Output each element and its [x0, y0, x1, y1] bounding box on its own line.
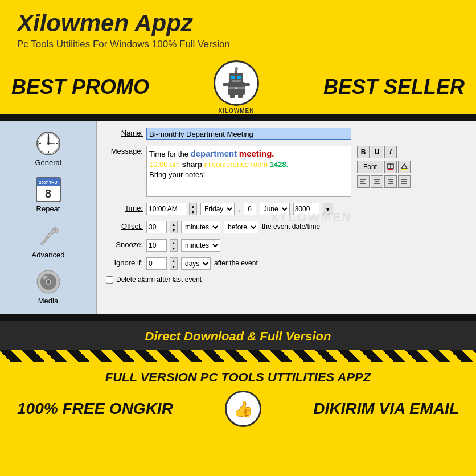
- sidebar-item-repeat[interactable]: 2007 THU 8 Repeat: [0, 173, 96, 216]
- name-label: Name:: [106, 128, 143, 137]
- svg-point-12: [235, 87, 237, 89]
- day-select[interactable]: Friday: [200, 203, 235, 215]
- svg-point-3: [235, 67, 238, 71]
- ignore-unit-select[interactable]: days: [181, 257, 211, 270]
- snooze-unit-select[interactable]: minutes: [181, 239, 220, 252]
- delete-checkbox-label: Delete alarm after last event: [116, 276, 202, 284]
- delete-checkbox[interactable]: [106, 276, 113, 284]
- align-left-button[interactable]: [357, 175, 370, 188]
- ignore-post-label: after the event: [214, 257, 258, 267]
- sidebar-item-advanced[interactable]: Advanced: [0, 219, 96, 262]
- sidebar-general-label: General: [35, 158, 61, 167]
- svg-rect-8: [244, 83, 250, 86]
- footer-bottom-row: 100% FREE ONGKIR 👍 DIKIRIM VIA EMAIL: [17, 391, 459, 427]
- msg-meet: meeting.: [239, 149, 274, 158]
- main-content: General 2007 THU 8 Repeat: [0, 121, 476, 314]
- offset-unit-select[interactable]: minutes: [181, 221, 220, 233]
- message-area[interactable]: Time for the department meeting. 10:00 a…: [146, 146, 351, 197]
- sidebar-advanced-label: Advanced: [32, 251, 65, 259]
- time-row: Time: ▲ ▼ Friday , June ▼: [106, 203, 467, 215]
- msg-dept: department: [190, 149, 237, 158]
- snooze-label-text: Snooze:: [116, 240, 143, 249]
- message-label: Message:: [111, 147, 143, 155]
- robot-icon: [219, 66, 253, 100]
- message-row: Message: Time for the department meeting…: [106, 146, 467, 197]
- day-num-input[interactable]: [244, 203, 256, 215]
- ignore-input[interactable]: [146, 257, 167, 270]
- sidebar-item-media[interactable]: Media: [0, 265, 96, 309]
- offset-input[interactable]: [146, 221, 167, 233]
- month-select[interactable]: June: [260, 203, 290, 215]
- footer-section: FULL VERSION PC TOOLS UTTILITIES APPZ 10…: [0, 362, 476, 433]
- name-input[interactable]: [146, 128, 351, 140]
- svg-rect-30: [388, 169, 393, 170]
- main-panel: Name: Message: Time for the department m…: [97, 121, 476, 314]
- bold-button[interactable]: B: [357, 146, 370, 158]
- msg-notes: notes!: [185, 170, 205, 179]
- offset-spin-down[interactable]: ▼: [170, 227, 177, 233]
- time-spinner[interactable]: ▲ ▼: [189, 203, 197, 215]
- svg-rect-6: [232, 80, 241, 82]
- sidebar-media-label: Media: [38, 297, 58, 305]
- logo-center: XILOWMEN: [214, 60, 259, 114]
- offset-row: Offset: ▲ ▼ minutes before the event dat…: [106, 221, 467, 233]
- italic-button[interactable]: I: [384, 146, 397, 158]
- align-right-button[interactable]: [384, 175, 397, 188]
- tools-icon: [35, 222, 62, 249]
- svg-rect-31: [401, 169, 407, 170]
- offset-direction-select[interactable]: before: [224, 221, 258, 233]
- delete-checkbox-row: Delete alarm after last event: [106, 276, 467, 284]
- format-buttons: B U I Font: [357, 146, 411, 188]
- bottom-section: Direct Download & Full Version: [0, 321, 476, 350]
- svg-point-21: [47, 142, 50, 145]
- sidebar: General 2007 THU 8 Repeat: [0, 121, 97, 314]
- ignore-spinner[interactable]: ▲ ▼: [170, 257, 178, 270]
- justify-button[interactable]: [398, 175, 411, 188]
- best-promo-badge: BEST PROMO: [11, 75, 149, 99]
- svg-rect-10: [238, 95, 243, 98]
- msg-sharp: sharp: [182, 160, 202, 169]
- msg-pre3: Bring your: [149, 170, 185, 179]
- ignore-spin-down[interactable]: ▼: [170, 264, 177, 269]
- sidebar-repeat-label: Repeat: [36, 204, 60, 213]
- snooze-input[interactable]: [146, 239, 167, 252]
- forecolor-button[interactable]: [384, 161, 397, 173]
- download-text: Direct Download & Full Version: [11, 329, 465, 344]
- sidebar-item-general[interactable]: General: [0, 126, 96, 170]
- media-icon: [35, 268, 62, 296]
- snooze-spin-up[interactable]: ▲: [170, 240, 177, 245]
- align-center-button[interactable]: [371, 175, 383, 188]
- msg-room: 1428.: [270, 160, 289, 169]
- name-label-text: Name:: [121, 129, 143, 137]
- offset-post-label: the event date/time: [262, 221, 320, 231]
- time-label-text: Time:: [125, 204, 143, 212]
- ignore-spin-up[interactable]: ▲: [170, 258, 177, 264]
- offset-spin-up[interactable]: ▲: [170, 221, 177, 227]
- time-spin-up[interactable]: ▲: [190, 203, 196, 209]
- ongkir-text: 100% FREE ONGKIR: [17, 400, 173, 418]
- offset-label-text: Offset:: [121, 222, 143, 231]
- message-line3: Bring your notes!: [149, 170, 348, 179]
- message-line1: Time for the department meeting.: [149, 149, 348, 158]
- svg-rect-4: [231, 76, 235, 79]
- time-label: Time:: [106, 203, 143, 212]
- email-text: DIKIRIM VIA EMAIL: [313, 400, 459, 418]
- backcolor-button[interactable]: [398, 161, 411, 173]
- year-input[interactable]: [293, 203, 319, 215]
- time-spin-down[interactable]: ▼: [190, 209, 196, 215]
- calendar-dropdown-button[interactable]: ▼: [323, 203, 333, 215]
- calendar-icon: 2007 THU 8: [35, 176, 62, 203]
- msg-pre2: 10:00 am: [149, 160, 182, 169]
- time-input[interactable]: [146, 203, 186, 215]
- snooze-spinner[interactable]: ▲ ▼: [170, 239, 178, 252]
- font-button[interactable]: Font: [357, 161, 383, 173]
- header-section: Xilowmen Appz Pc Tools Uttilities For Wi…: [0, 0, 476, 56]
- offset-spinner[interactable]: ▲ ▼: [170, 221, 178, 233]
- snooze-spin-down[interactable]: ▼: [170, 245, 177, 251]
- clock-icon: [35, 130, 62, 157]
- black-stripe-top: [0, 114, 476, 121]
- logo-circle: [214, 60, 259, 106]
- font-row: Font: [357, 161, 411, 173]
- message-line2: 10:00 am sharp in conference room 1428.: [149, 160, 348, 169]
- underline-button[interactable]: U: [371, 146, 383, 158]
